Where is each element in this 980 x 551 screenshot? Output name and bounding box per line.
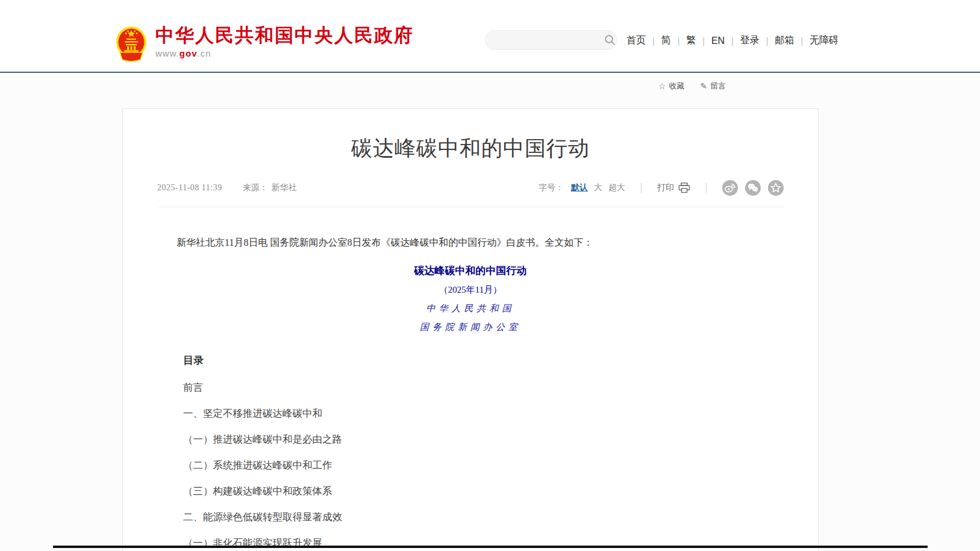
meta-divider [706, 183, 707, 193]
print-button[interactable]: 打印 [657, 182, 690, 193]
source-value[interactable]: 新华社 [272, 182, 297, 193]
nav-separator: | [652, 36, 655, 46]
article-meta: 2025-11-08 11:39 来源： 新华社 字号： 默认 大 超大 打印 [157, 180, 784, 196]
wechat-icon [745, 180, 761, 196]
site-title: 中华人民共和国中央人民政府 [155, 25, 414, 46]
nav-accessibility[interactable]: 无障碍 [808, 34, 840, 47]
site-url-gov: gov [179, 48, 198, 58]
qzone-star-icon [768, 180, 784, 196]
site-url-prefix: www. [155, 48, 179, 58]
share-group [722, 180, 784, 196]
nav-english[interactable]: EN [710, 36, 726, 46]
fontsize-xlarge-button[interactable]: 超大 [608, 182, 625, 193]
page: 中华人民共和国中央人民政府 www.gov.cn 首页 | 简 | 繁 | EN… [0, 0, 980, 551]
comment-label: 留言 [710, 81, 726, 92]
source-label: 来源： [243, 182, 268, 193]
print-label: 打印 [657, 182, 674, 193]
search-box [485, 30, 617, 50]
toc-item-preface: 前言 [183, 381, 784, 393]
weibo-icon [722, 180, 738, 196]
article-card: 碳达峰碳中和的中国行动 2025-11-08 11:39 来源： 新华社 字号：… [122, 108, 819, 551]
share-wechat-button[interactable] [745, 180, 761, 196]
nav-separator: | [678, 36, 680, 46]
pencil-icon: ✎ [701, 81, 708, 91]
article-meta-right: 字号： 默认 大 超大 打印 [538, 180, 784, 196]
document-org-country: 中华人民共和国 [157, 303, 784, 314]
toc-item-section2: 二、能源绿色低碳转型取得显著成效 [183, 511, 784, 523]
publish-date: 2025-11-08 11:39 [157, 183, 222, 193]
nav-traditional[interactable]: 繁 [685, 34, 697, 47]
article-meta-left: 2025-11-08 11:39 来源： 新华社 [157, 182, 297, 193]
favorite-button[interactable]: ☆ 收藏 [658, 81, 685, 92]
star-icon: ☆ [658, 81, 666, 91]
lead-paragraph: 新华社北京11月8日电 国务院新闻办公室8日发布《碳达峰碳中和的中国行动》白皮书… [157, 235, 784, 251]
search-icon [604, 34, 616, 46]
table-of-contents: 目录 前言 一、坚定不移推进碳达峰碳中和 （一）推进碳达峰碳中和是必由之路 （二… [183, 353, 784, 549]
meta-divider [641, 183, 641, 193]
nav-separator: | [702, 36, 705, 46]
site-logo[interactable]: 中华人民共和国中央人民政府 www.gov.cn [116, 25, 414, 63]
site-url-suffix: .cn [198, 48, 211, 58]
top-nav: 首页 | 简 | 繁 | EN | 登录 | 邮箱 | 无障碍 [625, 34, 840, 47]
document-date: （2025年11月） [157, 284, 784, 296]
article-title: 碳达峰碳中和的中国行动 [157, 134, 784, 162]
search-input[interactable] [495, 31, 604, 49]
site-logo-text: 中华人民共和国中央人民政府 www.gov.cn [155, 25, 414, 58]
comment-button[interactable]: ✎ 留言 [701, 81, 726, 92]
toc-item-section1-1: （一）推进碳达峰碳中和是必由之路 [183, 433, 784, 445]
toc-item-section1: 一、坚定不移推进碳达峰碳中和 [183, 407, 784, 419]
document-org-office: 国务院新闻办公室 [157, 322, 784, 333]
toc-item-section1-2: （二）系统推进碳达峰碳中和工作 [183, 459, 784, 471]
document-title: 碳达峰碳中和的中国行动 [157, 264, 784, 278]
nav-separator: | [801, 36, 803, 46]
national-emblem-icon [116, 25, 147, 63]
nav-mail[interactable]: 邮箱 [773, 34, 795, 47]
fontsize-large-button[interactable]: 大 [594, 182, 602, 193]
toc-heading: 目录 [183, 353, 784, 367]
printer-icon [678, 182, 690, 193]
search-button[interactable] [604, 34, 616, 46]
bottom-border-line [53, 546, 928, 548]
favorite-label: 收藏 [669, 81, 685, 92]
nav-login[interactable]: 登录 [739, 34, 761, 47]
share-weibo-button[interactable] [722, 180, 738, 196]
nav-simplified[interactable]: 简 [660, 34, 672, 47]
fontsize-label: 字号： [538, 182, 564, 193]
meta-divider-line [157, 207, 784, 207]
nav-separator: | [766, 36, 769, 46]
article-actions: ☆ 收藏 ✎ 留言 [658, 81, 726, 92]
site-url[interactable]: www.gov.cn [155, 48, 414, 58]
share-qzone-button[interactable] [768, 180, 784, 196]
nav-home[interactable]: 首页 [625, 34, 647, 47]
fontsize-default-button[interactable]: 默认 [571, 182, 588, 193]
nav-separator: | [731, 36, 734, 46]
toc-item-section1-3: （三）构建碳达峰碳中和政策体系 [183, 485, 784, 497]
site-header: 中华人民共和国中央人民政府 www.gov.cn 首页 | 简 | 繁 | EN… [0, 0, 980, 73]
